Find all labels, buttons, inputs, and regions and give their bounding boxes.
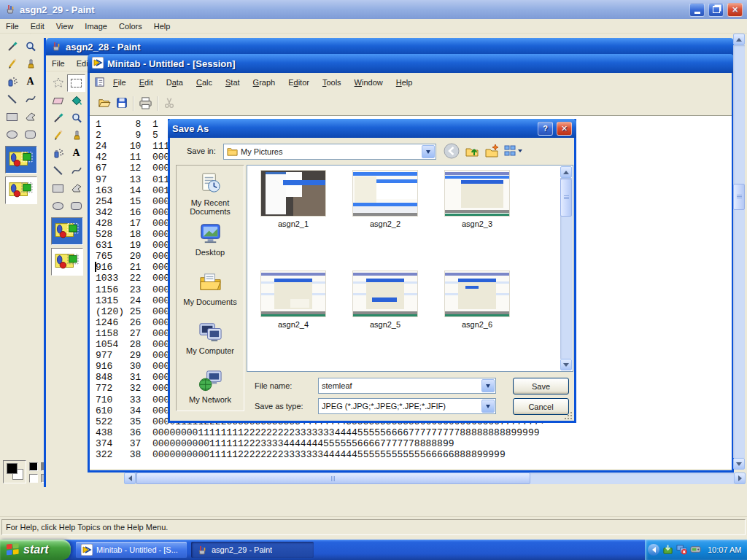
save-as-type-dropdown[interactable] (481, 400, 495, 413)
minimize-button[interactable] (689, 3, 705, 17)
save-as-titlebar[interactable]: Save As ? ✕ (168, 119, 576, 138)
menu-image[interactable]: Image (79, 20, 113, 33)
menu-help[interactable]: Help (148, 20, 177, 33)
opaque-selection-option[interactable] (51, 217, 83, 245)
polygon-tool[interactable] (21, 108, 39, 125)
airbrush-tool[interactable] (49, 144, 67, 162)
ellipse-tool[interactable] (3, 125, 21, 143)
file-asgn2_6[interactable]: asgn2_6 (442, 271, 512, 329)
inner-paint-titlebar[interactable]: asgn2_28 - Paint (46, 38, 734, 55)
text-tool[interactable]: A (21, 73, 39, 90)
minitab-menu-edit[interactable]: Edit (133, 76, 160, 89)
close-button[interactable]: ✕ (727, 3, 743, 17)
minitab-menu-editor[interactable]: Editor (282, 76, 316, 89)
curve-tool[interactable] (67, 162, 85, 179)
line-tool[interactable] (3, 90, 21, 108)
file-asgn2_3[interactable]: asgn2_3 (442, 170, 512, 228)
task-button-1[interactable]: Minitab - Untitled - [S... (76, 542, 187, 558)
file-name-input[interactable]: stemleaf (318, 378, 496, 394)
fill-tool[interactable] (67, 92, 85, 109)
save-button[interactable]: Save (513, 378, 569, 394)
menu-file[interactable]: File (46, 57, 71, 70)
curve-tool[interactable] (21, 90, 39, 108)
file-name-dropdown[interactable] (481, 379, 495, 392)
tray-hardware-icon[interactable] (690, 544, 702, 556)
polygon-tool[interactable] (67, 179, 85, 197)
minitab-titlebar[interactable]: Minitab - Untitled - [Session] (88, 54, 734, 73)
minitab-menu-window[interactable]: Window (348, 76, 390, 89)
minitab-menu-tools[interactable]: Tools (316, 76, 348, 89)
menu-edit[interactable]: Edit (25, 20, 50, 33)
tray-update-icon[interactable] (662, 544, 674, 556)
transparent-selection-option[interactable] (51, 248, 83, 276)
save-icon[interactable] (115, 96, 128, 111)
magnifier-tool[interactable] (67, 109, 85, 127)
scroll-up-button[interactable] (560, 166, 572, 178)
scroll-left-button[interactable] (124, 472, 136, 484)
airbrush-tool[interactable] (3, 73, 21, 90)
select-tool[interactable] (67, 74, 85, 92)
file-asgn2_1[interactable]: asgn2_1 (258, 170, 328, 228)
rectangle-tool[interactable] (49, 179, 67, 197)
transparent-selection-option[interactable] (5, 176, 37, 204)
up-one-level-icon[interactable] (465, 144, 479, 160)
hide-icons-chevron[interactable] (648, 544, 659, 556)
file-asgn2_2[interactable]: asgn2_2 (350, 170, 420, 228)
print-icon[interactable] (139, 96, 152, 112)
color-picker-tool[interactable] (3, 38, 21, 55)
save-as-type-combobox[interactable]: JPEG (*.JPG;*.JPEG;*.JPE;*.JFIF) (318, 398, 496, 414)
place-my-documents[interactable]: My Documents (177, 271, 244, 306)
minitab-menu-graph[interactable]: Graph (247, 76, 282, 89)
scrollbar-thumb[interactable] (560, 179, 572, 217)
cancel-button[interactable]: Cancel (513, 398, 569, 415)
tray-network-error-icon[interactable] (676, 544, 688, 556)
scroll-right-button[interactable] (734, 472, 746, 484)
palette-color-swatch[interactable] (28, 461, 39, 472)
brush-tool[interactable] (21, 55, 39, 73)
menu-file[interactable]: File (0, 20, 25, 33)
back-icon[interactable] (444, 143, 460, 160)
dialog-close-button[interactable]: ✕ (557, 122, 572, 136)
resize-grip[interactable] (564, 411, 573, 420)
ellipse-tool[interactable] (49, 197, 67, 214)
minitab-menu-file[interactable]: File (107, 76, 133, 89)
place-my-network[interactable]: My Network (177, 368, 244, 404)
file-asgn2_4[interactable]: asgn2_4 (258, 271, 328, 329)
start-button[interactable]: start (0, 540, 71, 560)
place-my-computer[interactable]: My Computer (177, 319, 244, 355)
minitab-menu-data[interactable]: Data (160, 76, 190, 89)
rounded-rectangle-tool[interactable] (67, 197, 85, 214)
brush-tool[interactable] (67, 127, 85, 144)
new-folder-icon[interactable] (484, 144, 499, 160)
text-tool[interactable]: A (67, 144, 85, 162)
save-in-combobox[interactable]: My Pictures (223, 144, 436, 160)
canvas-vertical-scrollbar[interactable] (732, 34, 746, 471)
cut-icon[interactable] (163, 96, 176, 111)
rounded-rectangle-tool[interactable] (21, 125, 39, 143)
views-icon[interactable] (504, 144, 523, 160)
place-my-recent-documents[interactable]: My Recent Documents (177, 171, 244, 216)
task-button-2[interactable]: asgn2_29 - Paint (191, 542, 314, 558)
canvas-horizontal-scrollbar[interactable] (124, 472, 746, 484)
scrollbar-thumb[interactable] (136, 472, 530, 484)
menu-colors[interactable]: Colors (113, 20, 148, 33)
scroll-up-button[interactable] (733, 34, 745, 45)
eraser-tool[interactable] (49, 92, 67, 109)
pencil-tool[interactable] (3, 55, 21, 73)
place-desktop[interactable]: Desktop (177, 221, 244, 257)
scroll-down-button[interactable] (560, 359, 572, 370)
file-list-scrollbar[interactable] (560, 166, 572, 370)
save-in-dropdown[interactable] (422, 145, 435, 158)
restore-button[interactable] (708, 3, 724, 17)
freeform-select-tool[interactable] (49, 74, 67, 92)
palette-color-swatch[interactable] (28, 472, 39, 484)
open-folder-icon[interactable] (97, 96, 111, 112)
help-button[interactable]: ? (538, 122, 553, 136)
magnifier-tool[interactable] (21, 38, 39, 55)
file-list[interactable]: asgn2_1asgn2_2asgn2_3asgn2_4asgn2_5asgn2… (247, 165, 573, 372)
menu-view[interactable]: View (50, 20, 80, 33)
file-asgn2_5[interactable]: asgn2_5 (350, 271, 420, 329)
minitab-menu-stat[interactable]: Stat (219, 76, 247, 89)
opaque-selection-option[interactable] (5, 146, 37, 174)
scrollbar-thumb[interactable] (733, 184, 745, 210)
